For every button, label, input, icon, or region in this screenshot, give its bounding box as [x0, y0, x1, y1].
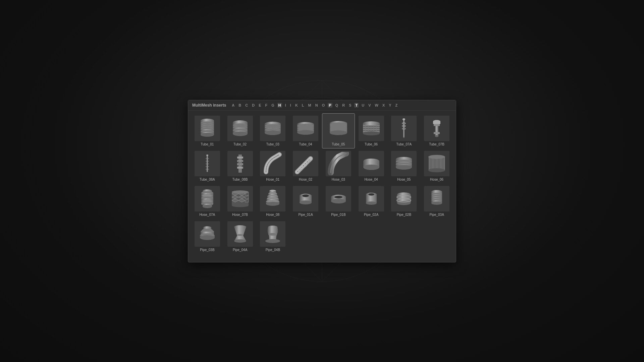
mesh-item-hose04[interactable]: Hose_04: [355, 148, 388, 184]
alpha-btn-D[interactable]: D: [251, 103, 256, 108]
svg-point-64: [330, 130, 347, 135]
mesh-thumb-pipe03b: [195, 221, 220, 247]
mesh-item-hose03[interactable]: Hose_03: [322, 148, 355, 184]
svg-point-106: [363, 165, 379, 170]
mesh-thumb-tube02: [227, 116, 253, 141]
mesh-item-pipe04a[interactable]: Pipe_04A: [224, 219, 257, 254]
alpha-btn-I1[interactable]: I: [284, 103, 287, 108]
alpha-btn-K[interactable]: K: [294, 103, 299, 108]
mesh-label-tube03: Tube_03: [266, 142, 279, 146]
mesh-thumb-hose03: [326, 151, 351, 176]
alpha-btn-M[interactable]: M: [307, 103, 312, 108]
mesh-thumb-tube03: [260, 116, 285, 141]
svg-point-113: [396, 165, 412, 170]
alpha-btn-C[interactable]: C: [244, 103, 249, 108]
mesh-item-pipe02b[interactable]: Pipe_02B: [388, 184, 421, 219]
mesh-item-tube07b[interactable]: Tube_07B: [420, 113, 453, 148]
alpha-btn-H[interactable]: H: [277, 103, 282, 108]
svg-point-88: [435, 135, 438, 137]
alpha-btn-I2[interactable]: I: [289, 103, 292, 108]
mesh-label-tube04: Tube_04: [299, 142, 312, 146]
svg-point-49: [297, 130, 314, 135]
alpha-btn-Y[interactable]: Y: [388, 103, 392, 108]
svg-point-162: [366, 201, 377, 205]
mesh-label-pipe02b: Pipe_02B: [397, 213, 411, 217]
svg-point-38: [265, 130, 281, 135]
mesh-label-hose02: Hose_02: [299, 178, 312, 181]
items-grid: Tube_01 Tube_02: [188, 111, 456, 257]
mesh-item-tube06[interactable]: Tube_06: [355, 113, 388, 148]
mesh-item-tube02[interactable]: Tube_02: [224, 113, 257, 148]
mesh-label-tube02: Tube_02: [233, 142, 247, 146]
mesh-item-tube03[interactable]: Tube_03: [257, 113, 289, 148]
svg-point-193: [268, 233, 277, 236]
mesh-thumb-hose08: [260, 186, 285, 212]
mesh-label-pipe01b: Pipe_01B: [331, 213, 345, 217]
svg-rect-97: [237, 157, 243, 159]
mesh-label-pipe03a: Pipe_03A: [429, 213, 444, 217]
mesh-item-hose02[interactable]: Hose_02: [289, 148, 322, 184]
alpha-btn-F[interactable]: F: [264, 103, 269, 108]
mesh-item-hose08[interactable]: Hose_08: [257, 184, 289, 219]
mesh-item-tube04[interactable]: Tube_04: [289, 113, 322, 148]
alpha-btn-U[interactable]: U: [361, 103, 365, 108]
mesh-label-hose08: Hose_08: [266, 213, 279, 217]
mesh-item-pipe03a[interactable]: Pipe_03A: [420, 184, 453, 219]
panel-header: MultiMesh inserts A B C D E F G H I I K …: [188, 100, 456, 111]
mesh-thumb-pipe04b: [260, 221, 285, 247]
mesh-item-pipe03b[interactable]: Pipe_03B: [191, 219, 224, 254]
alpha-btn-W[interactable]: W: [374, 103, 379, 108]
mesh-item-hose06[interactable]: Hose_06: [420, 148, 453, 184]
svg-rect-77: [403, 119, 405, 137]
alpha-btn-N[interactable]: N: [314, 103, 319, 108]
svg-point-29: [233, 131, 248, 136]
mesh-label-hose06: Hose_06: [430, 178, 443, 181]
svg-point-190: [237, 234, 244, 236]
mesh-label-pipe01a: Pipe_01A: [298, 213, 313, 217]
svg-point-140: [232, 204, 249, 207]
mesh-label-tube08a: Tube_08A: [200, 178, 215, 181]
svg-point-192: [265, 239, 280, 243]
alpha-btn-V[interactable]: V: [367, 103, 372, 108]
mesh-thumb-hose06: [424, 151, 449, 176]
svg-point-159: [334, 196, 342, 198]
alpha-btn-A[interactable]: A: [231, 103, 235, 108]
mesh-item-pipe02a[interactable]: Pipe_02A: [355, 184, 388, 219]
alpha-btn-S[interactable]: S: [348, 103, 352, 108]
mesh-item-pipe01a[interactable]: Pipe_01A: [289, 184, 322, 219]
mesh-item-pipe01b[interactable]: Pipe_01B: [322, 184, 355, 219]
alpha-btn-P[interactable]: P: [328, 103, 332, 108]
alpha-btn-X[interactable]: X: [381, 103, 386, 108]
alpha-btn-Z[interactable]: Z: [394, 103, 399, 108]
mesh-label-hose07b: Hose_07B: [232, 213, 248, 217]
alpha-btn-G[interactable]: G: [270, 103, 275, 108]
mesh-thumb-hose04: [359, 151, 384, 176]
mesh-item-tube08b[interactable]: Tube_08B: [224, 148, 257, 184]
svg-point-79: [403, 137, 405, 138]
mesh-label-pipe03b: Pipe_03B: [200, 248, 214, 252]
alpha-btn-E[interactable]: E: [258, 103, 262, 108]
mesh-label-tube06: Tube_06: [365, 142, 378, 146]
mesh-item-hose07a[interactable]: Hose_07A: [191, 184, 224, 219]
alpha-btn-T[interactable]: T: [354, 103, 359, 108]
mesh-thumb-tube08a: [195, 151, 220, 176]
mesh-label-tube07a: Tube_07A: [396, 142, 412, 146]
mesh-item-pipe04b[interactable]: Pipe_04B: [257, 219, 289, 254]
mesh-item-hose05[interactable]: Hose_05: [388, 148, 421, 184]
mesh-thumb-tube01: [195, 116, 220, 141]
mesh-label-hose07a: Hose_07A: [200, 213, 215, 217]
alpha-btn-O[interactable]: O: [321, 103, 326, 108]
alpha-btn-R[interactable]: R: [341, 103, 346, 108]
alpha-btn-B[interactable]: B: [237, 103, 242, 108]
alpha-btn-L[interactable]: L: [301, 103, 305, 108]
alpha-btn-Q[interactable]: Q: [334, 103, 339, 108]
panel-title: MultiMesh inserts: [192, 103, 226, 108]
mesh-item-tube08a[interactable]: Tube_08A: [191, 148, 224, 184]
mesh-item-hose01[interactable]: Hose_01: [257, 148, 289, 184]
mesh-item-tube01[interactable]: Tube_01: [191, 113, 224, 148]
mesh-label-hose05: Hose_05: [397, 178, 411, 181]
mesh-item-hose07b[interactable]: Hose_07B: [224, 184, 257, 219]
mesh-item-tube05[interactable]: Tube_05: [322, 113, 355, 148]
mesh-item-tube07a[interactable]: Tube_07A: [388, 113, 421, 148]
mesh-label-hose04: Hose_04: [365, 178, 378, 181]
